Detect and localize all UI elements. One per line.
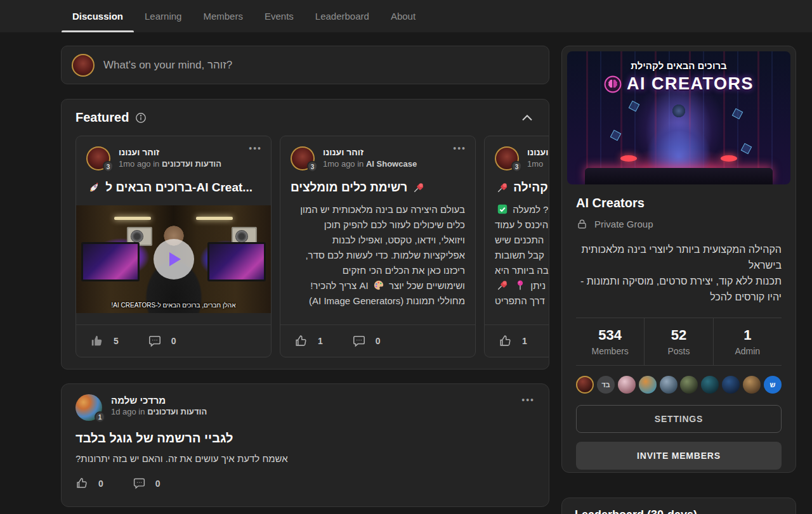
like-button[interactable]: 1 — [499, 334, 527, 348]
member-avatar[interactable] — [576, 376, 594, 394]
member-avatar[interactable] — [701, 376, 719, 394]
invite-members-button[interactable]: INVITE MEMBERS — [576, 442, 782, 470]
tab-discussion[interactable]: Discussion — [62, 0, 134, 32]
comment-button[interactable]: 0 — [133, 477, 160, 490]
feed-post[interactable]: 1 מרדכי שלמה 1d ago in הודעות ועדכונים •… — [61, 383, 549, 507]
comment-icon — [352, 334, 366, 348]
body-text-line: ויזואלי, וידאו, טקסט, ואפילו לבנות — [291, 233, 465, 248]
banner-desk — [585, 168, 773, 184]
text-segment: אפליקציות שלמות. כדי לעשות לכם סדר, — [305, 250, 465, 260]
tab-members[interactable]: Members — [192, 0, 254, 32]
stat-admin[interactable]: 1 Admin — [713, 318, 782, 365]
post-meta: 1mo — [527, 158, 549, 170]
video-thumbnail[interactable]: אהלן חברים, ברוכים הבאים ל-AI CREATORS! — [76, 205, 271, 313]
text-segment: קהילה — [513, 181, 547, 194]
text-segment: התכנים שיש — [495, 235, 544, 245]
lock-icon — [576, 218, 588, 230]
post-menu-icon[interactable]: ••• — [453, 145, 466, 151]
author-avatar[interactable]: 3 — [291, 146, 315, 170]
space-link[interactable]: AI Showcase — [366, 159, 417, 169]
post-title[interactable]: קהילה — [495, 181, 549, 195]
body-text-line: דרך התפריט — [495, 293, 549, 309]
author-name[interactable]: זוהר וענונו — [527, 146, 549, 158]
featured-post-card[interactable]: 3 זוהר וענונו 1mo ago in הודעות ועדכונים… — [75, 136, 272, 357]
post-body: ? למעלה היכנס ל עמוד התכנים שיש קבל תשוב… — [495, 202, 549, 309]
stat-posts[interactable]: 52 Posts — [644, 318, 712, 365]
text-segment: קבל תשובות — [495, 250, 544, 260]
tab-about[interactable]: About — [380, 0, 426, 32]
member-avatar[interactable] — [618, 376, 636, 394]
member-avatar[interactable] — [743, 376, 761, 394]
post-title[interactable]: רשימת כלים מומלצים — [291, 181, 465, 195]
post-menu-icon[interactable]: ••• — [249, 145, 262, 151]
body-text-line: התכנים שיש — [495, 233, 549, 248]
text-segment: ויזואלי, וידאו, טקסט, ואפילו לבנות — [332, 235, 465, 245]
post-title[interactable]: ברוכים הבאים ל-AI Creat... — [86, 181, 261, 195]
text-segment: רשימת כלים מומלצים — [291, 181, 407, 194]
author-name[interactable]: זוהר וענונו — [323, 146, 417, 158]
comment-button[interactable]: 0 — [352, 334, 381, 348]
comment-button[interactable]: 0 — [148, 334, 176, 348]
body-text-line: אפליקציות שלמות. כדי לעשות לכם סדר, — [291, 248, 465, 263]
like-count: 5 — [114, 336, 119, 346]
text-segment: ניתן — [530, 280, 546, 291]
author-avatar[interactable]: 3 — [495, 146, 519, 170]
like-button[interactable]: 0 — [75, 477, 103, 490]
post-title[interactable]: לגביי הרשמה של גוגל בלבד — [75, 431, 535, 446]
member-avatar[interactable] — [660, 376, 678, 394]
text-segment: כלים שיכולים לעזור לכם להפיק תוכן — [324, 219, 465, 230]
play-button[interactable] — [154, 239, 194, 279]
stat-members[interactable]: 534 Members — [576, 318, 644, 365]
pin-emoji-icon — [497, 181, 508, 195]
tab-events[interactable]: Events — [254, 0, 304, 32]
post-meta: 1mo ago in הודעות ועדכונים — [119, 158, 221, 170]
comment-icon — [133, 477, 146, 490]
monitor — [81, 242, 140, 281]
video-caption: אהלן חברים, ברוכים הבאים ל-AI CREATORS! — [76, 302, 271, 309]
post-composer[interactable]: What's on your mind, זוהר? — [61, 46, 549, 84]
like-button[interactable]: 5 — [90, 334, 119, 348]
comment-count: 0 — [376, 336, 381, 346]
tab-leaderboard[interactable]: Leaderboard — [304, 0, 380, 32]
settings-button[interactable]: SETTINGS — [576, 405, 782, 433]
member-avatar[interactable] — [639, 376, 657, 394]
featured-cards-row: 3 זוהר וענונו 1mo ago in הודעות ועדכונים… — [75, 136, 549, 357]
member-avatar[interactable]: ש — [764, 376, 782, 394]
divider — [576, 365, 782, 366]
studio-light — [196, 217, 233, 220]
group-description: הקהילה המקצועית ביותר ליוצרי בינה מלאכות… — [576, 241, 782, 305]
member-avatar[interactable]: בד — [597, 376, 615, 394]
comment-icon — [148, 334, 162, 348]
chevron-up-icon[interactable] — [520, 112, 535, 124]
text-segment: בה ביותר היא — [495, 265, 549, 276]
play-icon — [169, 252, 181, 266]
space-link[interactable]: הודעות ועדכונים — [162, 159, 221, 169]
post-body: בעולם היצירה עם בינה מלאכותית יש המון כל… — [291, 202, 465, 309]
featured-heading: Featured — [75, 110, 129, 125]
info-icon[interactable] — [135, 112, 147, 124]
post-meta: 1d ago in הודעות ועדכונים — [111, 406, 207, 418]
like-button[interactable]: 1 — [294, 334, 323, 348]
featured-post-card[interactable]: 3 זוהר וענונו 1mo ago in AI Showcase •••… — [280, 136, 476, 357]
author-name[interactable]: זוהר וענונו — [119, 146, 221, 158]
glowing-hand — [721, 155, 737, 162]
author-name[interactable]: מרדכי שלמה — [111, 394, 207, 406]
thumbs-up-icon — [90, 334, 104, 348]
brain-logo-icon — [604, 75, 622, 93]
featured-post-card[interactable]: 3 זוהר וענונו 1mo קהילה ? למעלה היכנס ל … — [484, 136, 549, 357]
author-avatar[interactable]: 3 — [86, 146, 110, 170]
tab-learning[interactable]: Learning — [134, 0, 192, 32]
studio-light — [114, 217, 151, 220]
member-avatar[interactable] — [680, 376, 698, 394]
body-text-line: היכנס ל עמוד — [495, 217, 549, 233]
text-segment: AI צריך להכיר! — [310, 280, 368, 291]
current-user-avatar[interactable] — [72, 54, 95, 77]
member-avatar[interactable] — [722, 376, 740, 394]
text-segment: ? — [543, 204, 548, 215]
pin-emoji-icon — [497, 278, 508, 293]
post-menu-icon[interactable]: ••• — [521, 397, 535, 403]
space-link[interactable]: הודעות ועדכונים — [147, 407, 207, 416]
author-avatar[interactable]: 1 — [75, 394, 102, 421]
text-segment: דרך התפריט — [495, 295, 545, 306]
text-segment: ברוכים הבאים ל-AI Creat... — [105, 181, 252, 194]
